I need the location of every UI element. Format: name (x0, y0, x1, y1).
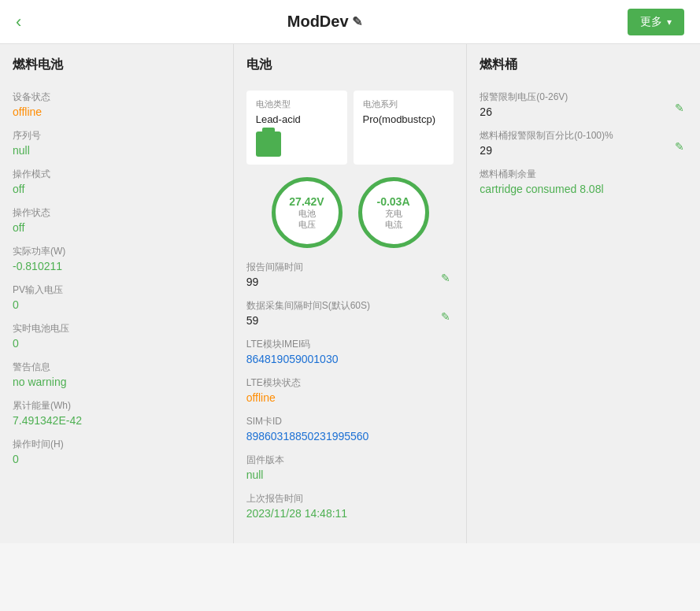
battery-type-row: 电池类型 Lead-acid 电池系列 Pro(modbustcp) (246, 91, 454, 165)
firmware-field: 固件版本 null (246, 454, 454, 481)
fuel-cell-panel: 燃料电池 设备状态 offline 序列号 null 操作模式 off 操作状态… (0, 44, 234, 543)
battery-icon (256, 131, 281, 157)
field-op-time: 操作时间(H) 0 (13, 438, 220, 465)
battery-type-value: Lead-acid (256, 113, 338, 125)
field-label-op-mode: 操作模式 (13, 168, 220, 181)
field-device-status: 设备状态 offline (13, 91, 220, 118)
battery-panel: 电池 电池类型 Lead-acid 电池系列 Pro(modbustcp) 27… (234, 44, 468, 543)
field-label-pv-voltage: PV输入电压 (13, 283, 220, 297)
field-label-actual-power: 实际功率(W) (13, 245, 220, 258)
report-interval-edit-button[interactable]: ✎ (438, 272, 454, 284)
more-button[interactable]: 更多 ▾ (628, 9, 684, 35)
current-gauge: -0.03A 充电电流 (358, 177, 429, 248)
data-interval-value: 59 (246, 314, 439, 327)
back-button[interactable]: ‹ (16, 12, 21, 32)
last-report-value: 2023/11/28 14:48:11 (246, 507, 454, 520)
voltage-gauge-value: 27.42V (289, 195, 324, 208)
field-actual-power: 实际功率(W) -0.810211 (13, 245, 220, 272)
imei-field: LTE模块IMEI码 864819059001030 (246, 338, 454, 365)
report-interval-field: 报告间隔时间 99 ✎ (246, 261, 454, 288)
field-value-pv-voltage: 0 (13, 298, 220, 311)
last-report-label: 上次报告时间 (246, 492, 454, 505)
alarm-voltage-label: 报警限制电压(0-26V) (480, 91, 672, 104)
lte-status-field: LTE模块状态 offline (246, 376, 454, 404)
voltage-gauge-label: 电池电压 (298, 208, 316, 231)
battery-type-card: 电池类型 Lead-acid (246, 91, 347, 165)
field-label-warning: 警告信息 (13, 361, 220, 374)
alarm-voltage-field: 报警限制电压(0-26V) 26 ✎ (480, 91, 687, 118)
imei-value: 864819059001030 (246, 353, 454, 365)
data-interval-edit-button[interactable]: ✎ (438, 310, 454, 323)
report-interval-content: 报告间隔时间 99 (246, 261, 439, 288)
title-text: ModDev (287, 13, 349, 31)
firmware-label: 固件版本 (246, 454, 454, 467)
title-edit-icon[interactable]: ✎ (352, 14, 362, 29)
more-button-label: 更多 (640, 15, 662, 29)
alarm-percent-label: 燃料桶报警限制百分比(0-100)% (480, 129, 672, 143)
data-interval-field: 数据采集间隔时间S(默认60S) 59 ✎ (246, 299, 454, 327)
sim-id-value: 89860318850231995560 (246, 430, 454, 443)
field-value-cumulative-energy: 7.491342E-42 (13, 414, 220, 427)
field-value-device-status: offline (13, 106, 220, 118)
current-gauge-value: -0.03A (376, 195, 409, 208)
fuel-remaining-label: 燃料桶剩余量 (480, 168, 687, 181)
field-value-battery-voltage: 0 (13, 337, 220, 350)
battery-series-value: Pro(modbustcp) (363, 113, 445, 125)
alarm-percent-value: 29 (480, 144, 672, 157)
data-interval-label: 数据采集间隔时间S(默认60S) (246, 299, 439, 313)
gauges-row: 27.42V 电池电压 -0.03A 充电电流 (246, 177, 454, 248)
field-value-op-mode: off (13, 183, 220, 195)
field-warning: 警告信息 no warning (13, 361, 220, 388)
main-content: 燃料电池 设备状态 offline 序列号 null 操作模式 off 操作状态… (0, 44, 700, 543)
field-label-device-status: 设备状态 (13, 91, 220, 104)
alarm-percent-field: 燃料桶报警限制百分比(0-100)% 29 ✎ (480, 129, 687, 157)
fuel-remaining-value: cartridge consumed 8.08l (480, 183, 687, 195)
battery-series-card: 电池系列 Pro(modbustcp) (354, 91, 454, 165)
battery-type-label: 电池类型 (256, 98, 338, 110)
more-chevron-icon: ▾ (667, 17, 672, 28)
last-report-field: 上次报告时间 2023/11/28 14:48:11 (246, 492, 454, 520)
imei-label: LTE模块IMEI码 (246, 338, 454, 351)
field-cumulative-energy: 累计能量(Wh) 7.491342E-42 (13, 399, 220, 427)
fuel-tank-title: 燃料桶 (480, 57, 687, 78)
fuel-tank-panel: 燃料桶 报警限制电压(0-26V) 26 ✎ 燃料桶报警限制百分比(0-100)… (467, 44, 700, 543)
alarm-percent-edit-button[interactable]: ✎ (672, 140, 687, 153)
field-battery-voltage: 实时电池电压 0 (13, 322, 220, 350)
report-interval-value: 99 (246, 276, 439, 288)
header: ‹ ModDev ✎ 更多 ▾ (0, 0, 700, 44)
field-pv-voltage: PV输入电压 0 (13, 283, 220, 311)
field-op-mode: 操作模式 off (13, 168, 220, 195)
alarm-percent-content: 燃料桶报警限制百分比(0-100)% 29 (480, 129, 672, 157)
data-interval-content: 数据采集间隔时间S(默认60S) 59 (246, 299, 439, 327)
battery-title: 电池 (246, 57, 454, 78)
field-value-op-time: 0 (13, 453, 220, 465)
field-label-cumulative-energy: 累计能量(Wh) (13, 399, 220, 413)
current-gauge-label: 充电电流 (385, 208, 402, 231)
alarm-voltage-edit-button[interactable]: ✎ (672, 102, 687, 114)
field-op-status: 操作状态 off (13, 206, 220, 234)
field-label-op-time: 操作时间(H) (13, 438, 220, 451)
field-value-actual-power: -0.810211 (13, 260, 220, 272)
field-label-op-status: 操作状态 (13, 206, 220, 220)
voltage-gauge: 27.42V 电池电压 (272, 177, 343, 248)
fuel-remaining-field: 燃料桶剩余量 cartridge consumed 8.08l (480, 168, 687, 195)
field-value-warning: no warning (13, 376, 220, 388)
lte-status-value: offline (246, 391, 454, 404)
report-interval-label: 报告间隔时间 (246, 261, 439, 274)
battery-series-label: 电池系列 (363, 98, 445, 110)
field-value-serial: null (13, 144, 220, 157)
firmware-value: null (246, 468, 454, 481)
header-title: ModDev ✎ (287, 13, 362, 31)
field-serial: 序列号 null (13, 129, 220, 157)
field-label-serial: 序列号 (13, 129, 220, 143)
alarm-voltage-content: 报警限制电压(0-26V) 26 (480, 91, 672, 118)
sim-id-label: SIM卡ID (246, 415, 454, 428)
fuel-cell-title: 燃料电池 (13, 57, 220, 78)
lte-status-label: LTE模块状态 (246, 376, 454, 390)
field-label-battery-voltage: 实时电池电压 (13, 322, 220, 335)
field-value-op-status: off (13, 221, 220, 234)
alarm-voltage-value: 26 (480, 106, 672, 118)
sim-id-field: SIM卡ID 89860318850231995560 (246, 415, 454, 443)
